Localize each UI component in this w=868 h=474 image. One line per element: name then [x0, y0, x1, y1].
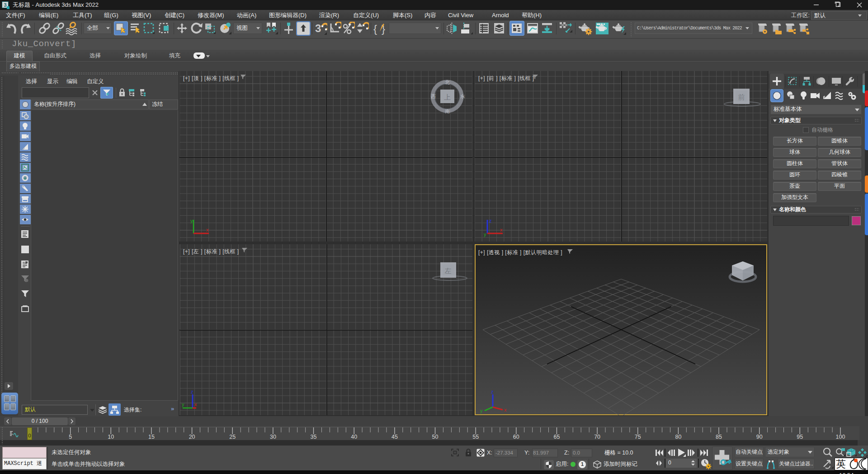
svg-text:3: 3 — [315, 22, 321, 34]
svg-text:x: x — [194, 402, 197, 407]
svg-text:x: x — [206, 227, 209, 232]
svg-text:z: z — [191, 389, 193, 394]
svg-text:95: 95 — [797, 434, 803, 440]
svg-text:15: 15 — [148, 434, 155, 440]
svg-text:80: 80 — [675, 434, 681, 440]
svg-text:40: 40 — [351, 434, 357, 440]
svg-text:左: 左 — [445, 267, 452, 275]
svg-text:西: 西 — [431, 94, 436, 99]
svg-text:z: z — [491, 389, 494, 394]
svg-text:x: x — [504, 407, 507, 412]
svg-text:y: y — [484, 232, 486, 237]
svg-text:100: 100 — [836, 434, 845, 440]
svg-text:90: 90 — [756, 434, 763, 440]
svg-text:50: 50 — [432, 434, 439, 440]
svg-text:上: 上 — [444, 93, 451, 101]
svg-text:前: 前 — [738, 93, 745, 101]
svg-text:北: 北 — [444, 80, 450, 85]
svg-text:60: 60 — [513, 434, 519, 440]
svg-text:25: 25 — [229, 434, 236, 440]
svg-text:z: z — [489, 218, 492, 223]
svg-text:东: 东 — [460, 94, 465, 99]
svg-text:30: 30 — [270, 434, 276, 440]
svg-text:35: 35 — [311, 434, 317, 440]
svg-text:南: 南 — [445, 109, 450, 114]
svg-text:x: x — [500, 227, 503, 232]
svg-text:10: 10 — [108, 434, 114, 440]
svg-text:20: 20 — [189, 434, 195, 440]
svg-text:65: 65 — [554, 434, 560, 440]
svg-text:y: y — [190, 218, 193, 223]
svg-text:3: 3 — [4, 2, 6, 8]
svg-text:75: 75 — [635, 434, 641, 440]
svg-text:y: y — [480, 408, 483, 413]
svg-text:45: 45 — [392, 434, 398, 440]
svg-text:55: 55 — [472, 434, 479, 440]
svg-text:y: y — [182, 402, 184, 407]
svg-text:5: 5 — [69, 434, 72, 440]
svg-text:{: { — [373, 23, 377, 35]
svg-text:85: 85 — [716, 434, 722, 440]
svg-text:70: 70 — [594, 434, 600, 440]
